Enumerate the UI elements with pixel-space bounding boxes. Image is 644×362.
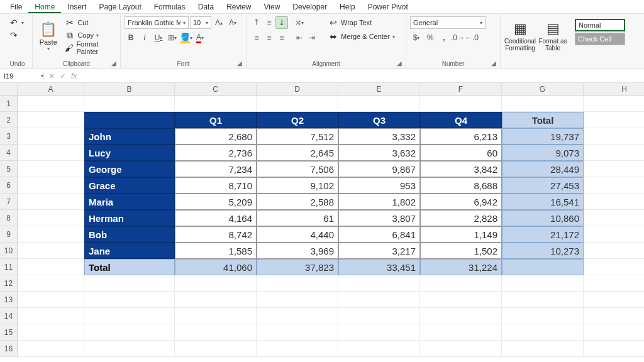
row-header[interactable]: 2 <box>0 112 18 128</box>
empty-cell[interactable] <box>18 324 84 341</box>
borders-button[interactable]: ⊞▾ <box>166 31 179 44</box>
empty-cell[interactable] <box>420 275 502 292</box>
comma-button[interactable]: , <box>438 31 450 44</box>
empty-cell[interactable] <box>420 96 502 112</box>
spreadsheet-grid[interactable]: ABCDEFGHI12Q1Q2Q3Q4Total3John2,6807,5123… <box>0 83 644 357</box>
empty-cell[interactable] <box>502 308 584 324</box>
data-cell[interactable]: 953 <box>338 177 420 194</box>
data-cell[interactable]: 7,234 <box>175 161 257 177</box>
column-header[interactable]: C <box>175 83 257 96</box>
data-cell[interactable]: 60 <box>420 145 502 161</box>
empty-cell[interactable] <box>84 292 175 308</box>
empty-cell[interactable] <box>584 161 644 177</box>
column-header[interactable]: E <box>338 83 420 96</box>
row-header[interactable]: 10 <box>0 243 18 259</box>
merge-center-button[interactable]: ⬌Merge & Center▾ <box>326 30 397 43</box>
data-cell[interactable]: 2,588 <box>257 194 338 210</box>
empty-cell[interactable] <box>18 210 84 226</box>
data-cell[interactable]: 6,942 <box>420 194 502 210</box>
empty-cell[interactable] <box>584 96 644 112</box>
font-size-combo[interactable]: 10▾ <box>190 16 211 29</box>
align-right-button[interactable]: ≡ <box>275 31 288 44</box>
data-cell[interactable]: 1,802 <box>338 194 420 210</box>
empty-cell[interactable] <box>257 275 338 292</box>
empty-cell[interactable] <box>18 112 84 128</box>
empty-cell[interactable] <box>18 194 84 210</box>
data-cell[interactable]: 2,828 <box>420 210 502 226</box>
increase-decimal-button[interactable]: .0→ <box>452 31 464 44</box>
tab-developer[interactable]: Developer <box>286 1 333 13</box>
percent-button[interactable]: % <box>424 31 436 44</box>
empty-cell[interactable] <box>502 341 584 357</box>
data-cell[interactable]: 6,213 <box>420 128 502 145</box>
tab-power-pivot[interactable]: Power Pivot <box>362 1 414 13</box>
data-cell[interactable]: 6,841 <box>338 226 420 243</box>
empty-cell[interactable] <box>584 275 644 292</box>
data-cell[interactable]: 8,688 <box>420 177 502 194</box>
format-as-table-button[interactable]: ▤ Format as Table <box>538 16 567 55</box>
tab-review[interactable]: Review <box>220 1 257 13</box>
column-header[interactable]: G <box>502 83 584 96</box>
tab-home[interactable]: Home <box>28 1 61 13</box>
empty-cell[interactable] <box>584 259 644 275</box>
row-header[interactable]: 1 <box>0 96 18 112</box>
underline-button[interactable]: U▾ <box>152 31 165 44</box>
empty-cell[interactable] <box>18 308 84 324</box>
clipboard-launcher[interactable]: ◢ <box>111 60 119 67</box>
empty-cell[interactable] <box>18 177 84 194</box>
row-header[interactable]: 6 <box>0 177 18 194</box>
decrease-decimal-button[interactable]: ←.0 <box>465 31 478 44</box>
empty-cell[interactable] <box>338 96 420 112</box>
align-middle-button[interactable]: ≡ <box>263 16 275 29</box>
empty-cell[interactable] <box>18 161 84 177</box>
empty-cell[interactable] <box>420 341 502 357</box>
bold-button[interactable]: B <box>125 31 137 44</box>
row-header[interactable]: 7 <box>0 194 18 210</box>
data-cell[interactable]: 61 <box>257 210 338 226</box>
number-format-combo[interactable]: General▾ <box>410 16 486 29</box>
empty-cell[interactable] <box>584 194 644 210</box>
empty-cell[interactable] <box>175 292 257 308</box>
tab-help[interactable]: Help <box>333 1 362 13</box>
number-launcher[interactable]: ◢ <box>491 60 499 67</box>
align-left-button[interactable]: ≡ <box>250 31 263 44</box>
column-header[interactable]: D <box>257 83 338 96</box>
empty-cell[interactable] <box>584 177 644 194</box>
empty-cell[interactable] <box>584 128 644 145</box>
redo-button[interactable]: ↷ <box>6 29 26 41</box>
tab-file[interactable]: File <box>4 1 28 13</box>
empty-cell[interactable] <box>584 145 644 161</box>
data-cell[interactable]: 9,867 <box>338 161 420 177</box>
empty-cell[interactable] <box>338 341 420 357</box>
empty-cell[interactable] <box>18 128 84 145</box>
empty-cell[interactable] <box>18 259 84 275</box>
align-bottom-button[interactable]: ⤓ <box>275 16 288 29</box>
row-header[interactable]: 12 <box>0 275 18 292</box>
empty-cell[interactable] <box>420 324 502 341</box>
empty-cell[interactable] <box>18 96 84 112</box>
italic-button[interactable]: I <box>138 31 151 44</box>
data-cell[interactable]: 2,736 <box>175 145 257 161</box>
tab-data[interactable]: Data <box>192 1 220 13</box>
row-header[interactable]: 15 <box>0 324 18 341</box>
increase-font-button[interactable]: A▴ <box>213 16 225 29</box>
increase-indent-button[interactable]: ⇥ <box>306 31 318 44</box>
row-header[interactable]: 3 <box>0 128 18 145</box>
empty-cell[interactable] <box>18 292 84 308</box>
data-cell[interactable]: 1,149 <box>420 226 502 243</box>
style-check-cell[interactable]: Check Cell <box>575 33 625 45</box>
data-cell[interactable]: 2,645 <box>257 145 338 161</box>
align-center-button[interactable]: ≡ <box>263 31 275 44</box>
fb-confirm-icon[interactable]: ✓ <box>58 72 68 80</box>
font-color-button[interactable]: A▾ <box>194 31 206 44</box>
data-cell[interactable]: 4,440 <box>257 226 338 243</box>
row-header[interactable]: 8 <box>0 210 18 226</box>
empty-cell[interactable] <box>338 324 420 341</box>
empty-cell[interactable] <box>84 308 175 324</box>
empty-cell[interactable] <box>175 324 257 341</box>
font-name-combo[interactable]: Franklin Gothic Me▾ <box>125 16 189 29</box>
data-cell[interactable]: 5,209 <box>175 194 257 210</box>
tab-formulas[interactable]: Formulas <box>148 1 192 13</box>
orientation-button[interactable]: ⤭▾ <box>293 16 306 29</box>
wrap-text-button[interactable]: ↩Wrap Text <box>326 16 397 29</box>
